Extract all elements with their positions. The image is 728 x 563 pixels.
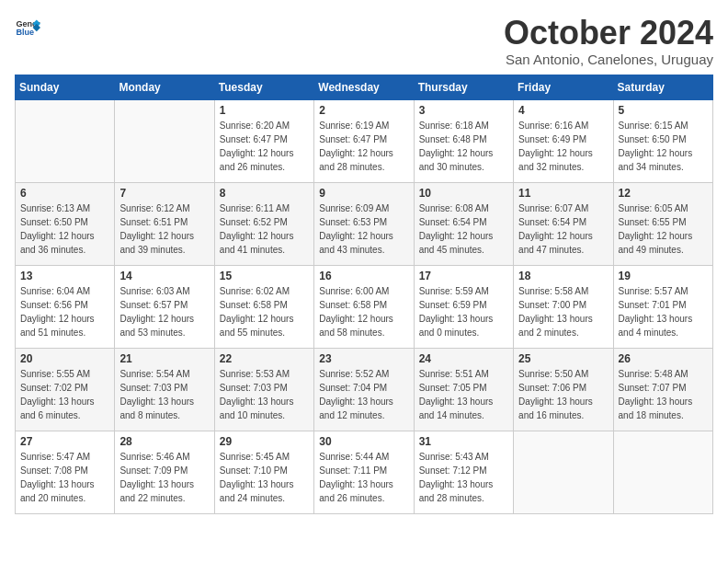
day-info: Sunrise: 5:47 AM Sunset: 7:08 PM Dayligh… [20, 450, 109, 505]
day-number: 22 [220, 352, 309, 365]
col-thursday: Thursday [414, 75, 513, 99]
day-info: Sunrise: 6:12 AM Sunset: 6:51 PM Dayligh… [119, 201, 209, 257]
day-number: 23 [319, 352, 408, 365]
day-cell: 8Sunrise: 6:11 AM Sunset: 6:52 PM Daylig… [214, 182, 313, 265]
day-info: Sunrise: 5:48 AM Sunset: 7:07 PM Dayligh… [619, 367, 708, 422]
day-number: 18 [518, 270, 608, 282]
week-row-0: 1Sunrise: 6:20 AM Sunset: 6:47 PM Daylig… [16, 99, 713, 182]
day-cell: 6Sunrise: 6:13 AM Sunset: 6:50 PM Daylig… [16, 182, 115, 265]
week-row-1: 6Sunrise: 6:13 AM Sunset: 6:50 PM Daylig… [16, 182, 713, 265]
day-cell: 3Sunrise: 6:18 AM Sunset: 6:48 PM Daylig… [414, 99, 513, 182]
day-number: 12 [619, 187, 708, 200]
day-info: Sunrise: 5:44 AM Sunset: 7:11 PM Dayligh… [319, 450, 408, 505]
day-number: 7 [119, 187, 209, 200]
day-cell: 20Sunrise: 5:55 AM Sunset: 7:02 PM Dayli… [16, 348, 115, 431]
day-cell: 14Sunrise: 6:03 AM Sunset: 6:57 PM Dayli… [115, 265, 214, 348]
day-number: 21 [119, 352, 209, 365]
day-number: 8 [220, 187, 309, 200]
day-cell: 9Sunrise: 6:09 AM Sunset: 6:53 PM Daylig… [314, 182, 414, 265]
day-number: 3 [419, 104, 508, 117]
day-cell: 23Sunrise: 5:52 AM Sunset: 7:04 PM Dayli… [314, 348, 414, 431]
day-info: Sunrise: 5:45 AM Sunset: 7:10 PM Dayligh… [220, 450, 309, 505]
day-info: Sunrise: 5:52 AM Sunset: 7:04 PM Dayligh… [319, 367, 408, 422]
day-info: Sunrise: 6:00 AM Sunset: 6:58 PM Dayligh… [319, 284, 408, 339]
day-cell: 22Sunrise: 5:53 AM Sunset: 7:03 PM Dayli… [214, 348, 313, 431]
col-friday: Friday [514, 75, 613, 99]
day-info: Sunrise: 6:16 AM Sunset: 6:49 PM Dayligh… [518, 119, 608, 174]
day-number: 5 [619, 104, 708, 117]
col-tuesday: Tuesday [214, 75, 313, 99]
day-info: Sunrise: 5:57 AM Sunset: 7:01 PM Dayligh… [619, 284, 708, 339]
day-cell [514, 431, 613, 513]
day-cell: 12Sunrise: 6:05 AM Sunset: 6:55 PM Dayli… [613, 182, 712, 265]
day-info: Sunrise: 6:05 AM Sunset: 6:55 PM Dayligh… [619, 201, 708, 257]
day-cell: 17Sunrise: 5:59 AM Sunset: 6:59 PM Dayli… [414, 265, 513, 348]
day-cell: 18Sunrise: 5:58 AM Sunset: 7:00 PM Dayli… [514, 265, 613, 348]
day-cell: 5Sunrise: 6:15 AM Sunset: 6:50 PM Daylig… [613, 99, 712, 182]
day-info: Sunrise: 5:58 AM Sunset: 7:00 PM Dayligh… [518, 284, 608, 339]
day-number: 2 [319, 104, 408, 117]
day-cell: 24Sunrise: 5:51 AM Sunset: 7:05 PM Dayli… [414, 348, 513, 431]
day-number: 13 [20, 270, 109, 282]
day-info: Sunrise: 6:07 AM Sunset: 6:54 PM Dayligh… [518, 201, 608, 257]
day-info: Sunrise: 6:04 AM Sunset: 6:56 PM Dayligh… [20, 284, 109, 339]
day-info: Sunrise: 5:46 AM Sunset: 7:09 PM Dayligh… [119, 450, 209, 505]
logo: General Blue [15, 15, 40, 40]
day-cell: 27Sunrise: 5:47 AM Sunset: 7:08 PM Dayli… [16, 431, 115, 513]
day-info: Sunrise: 5:51 AM Sunset: 7:05 PM Dayligh… [419, 367, 508, 422]
day-cell: 31Sunrise: 5:43 AM Sunset: 7:12 PM Dayli… [414, 431, 513, 513]
day-cell [115, 99, 214, 182]
day-info: Sunrise: 5:54 AM Sunset: 7:03 PM Dayligh… [119, 367, 209, 422]
day-number: 11 [518, 187, 608, 200]
day-number: 6 [20, 187, 109, 200]
title-area: October 2024 San Antonio, Canelones, Uru… [504, 15, 713, 67]
week-row-4: 27Sunrise: 5:47 AM Sunset: 7:08 PM Dayli… [16, 431, 713, 513]
day-number: 25 [518, 352, 608, 365]
day-info: Sunrise: 5:50 AM Sunset: 7:06 PM Dayligh… [518, 367, 608, 422]
day-cell: 29Sunrise: 5:45 AM Sunset: 7:10 PM Dayli… [214, 431, 313, 513]
day-number: 1 [220, 104, 309, 117]
day-info: Sunrise: 5:55 AM Sunset: 7:02 PM Dayligh… [20, 367, 109, 422]
day-cell [16, 99, 115, 182]
day-info: Sunrise: 5:53 AM Sunset: 7:03 PM Dayligh… [220, 367, 309, 422]
day-cell: 13Sunrise: 6:04 AM Sunset: 6:56 PM Dayli… [16, 265, 115, 348]
calendar-table: Sunday Monday Tuesday Wednesday Thursday… [15, 75, 713, 514]
day-number: 10 [419, 187, 508, 200]
col-wednesday: Wednesday [314, 75, 414, 99]
day-info: Sunrise: 5:59 AM Sunset: 6:59 PM Dayligh… [419, 284, 508, 339]
calendar-title: October 2024 [504, 15, 713, 52]
day-info: Sunrise: 5:43 AM Sunset: 7:12 PM Dayligh… [419, 450, 508, 505]
day-cell: 28Sunrise: 5:46 AM Sunset: 7:09 PM Dayli… [115, 431, 214, 513]
day-cell: 16Sunrise: 6:00 AM Sunset: 6:58 PM Dayli… [314, 265, 414, 348]
week-row-3: 20Sunrise: 5:55 AM Sunset: 7:02 PM Dayli… [16, 348, 713, 431]
day-cell: 26Sunrise: 5:48 AM Sunset: 7:07 PM Dayli… [613, 348, 712, 431]
col-monday: Monday [115, 75, 214, 99]
col-saturday: Saturday [613, 75, 712, 99]
day-info: Sunrise: 6:03 AM Sunset: 6:57 PM Dayligh… [119, 284, 209, 339]
day-number: 20 [20, 352, 109, 365]
day-info: Sunrise: 6:19 AM Sunset: 6:47 PM Dayligh… [319, 119, 408, 174]
day-cell: 10Sunrise: 6:08 AM Sunset: 6:54 PM Dayli… [414, 182, 513, 265]
day-info: Sunrise: 6:02 AM Sunset: 6:58 PM Dayligh… [220, 284, 309, 339]
day-info: Sunrise: 6:15 AM Sunset: 6:50 PM Dayligh… [619, 119, 708, 174]
day-cell: 25Sunrise: 5:50 AM Sunset: 7:06 PM Dayli… [514, 348, 613, 431]
day-number: 17 [419, 270, 508, 282]
day-cell: 2Sunrise: 6:19 AM Sunset: 6:47 PM Daylig… [314, 99, 414, 182]
day-info: Sunrise: 6:09 AM Sunset: 6:53 PM Dayligh… [319, 201, 408, 257]
week-row-2: 13Sunrise: 6:04 AM Sunset: 6:56 PM Dayli… [16, 265, 713, 348]
day-number: 29 [220, 435, 309, 448]
day-cell: 30Sunrise: 5:44 AM Sunset: 7:11 PM Dayli… [314, 431, 414, 513]
day-cell: 11Sunrise: 6:07 AM Sunset: 6:54 PM Dayli… [514, 182, 613, 265]
day-number: 31 [419, 435, 508, 448]
day-number: 24 [419, 352, 508, 365]
day-number: 26 [619, 352, 708, 365]
calendar-subtitle: San Antonio, Canelones, Uruguay [504, 52, 713, 67]
day-number: 28 [119, 435, 209, 448]
day-number: 9 [319, 187, 408, 200]
day-cell [613, 431, 712, 513]
day-number: 15 [220, 270, 309, 282]
day-cell: 1Sunrise: 6:20 AM Sunset: 6:47 PM Daylig… [214, 99, 313, 182]
day-info: Sunrise: 6:13 AM Sunset: 6:50 PM Dayligh… [20, 201, 109, 257]
day-number: 19 [619, 270, 708, 282]
day-info: Sunrise: 6:08 AM Sunset: 6:54 PM Dayligh… [419, 201, 508, 257]
